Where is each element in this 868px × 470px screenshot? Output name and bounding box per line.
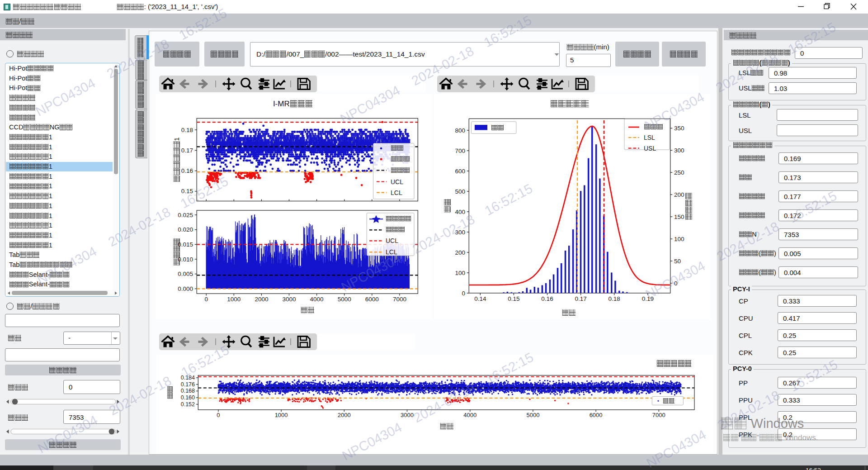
svg-text:0.16: 0.16: [181, 167, 193, 174]
svg-text:800: 800: [455, 127, 465, 134]
svg-text:0: 0: [217, 412, 220, 418]
svg-text:0.160: 0.160: [181, 394, 195, 401]
svg-text:0.19: 0.19: [642, 295, 654, 302]
svg-text:0: 0: [204, 296, 208, 303]
svg-text:4000: 4000: [463, 412, 476, 418]
svg-text:2000: 2000: [338, 412, 351, 418]
svg-text:3000: 3000: [282, 296, 296, 303]
svg-text:0: 0: [674, 280, 678, 287]
svg-text:250: 250: [674, 169, 684, 176]
svg-text:0.025: 0.025: [178, 212, 193, 218]
svg-text:0.15: 0.15: [181, 188, 193, 195]
svg-text:UCL: UCL: [391, 178, 403, 185]
svg-text:0.005: 0.005: [178, 271, 193, 277]
svg-text:0.152: 0.152: [181, 401, 195, 408]
svg-text:100: 100: [674, 236, 684, 242]
svg-text:5000: 5000: [338, 296, 351, 303]
svg-text:1000: 1000: [227, 296, 241, 303]
svg-text:5000: 5000: [526, 412, 539, 418]
svg-text:400: 400: [455, 209, 465, 215]
svg-text:100: 100: [455, 270, 465, 276]
svg-text:3000: 3000: [401, 412, 414, 418]
svg-text:7000: 7000: [393, 296, 406, 303]
svg-text:350: 350: [674, 125, 684, 132]
svg-text:0.17: 0.17: [181, 147, 193, 154]
svg-text:200: 200: [674, 191, 684, 198]
svg-text:6000: 6000: [365, 296, 379, 303]
svg-text:0.14: 0.14: [474, 295, 486, 302]
svg-text:0.000: 0.000: [178, 285, 193, 292]
svg-text:50: 50: [674, 258, 681, 265]
svg-text:LCL: LCL: [386, 248, 397, 256]
svg-text:0.020: 0.020: [178, 226, 193, 233]
svg-text:2000: 2000: [255, 296, 268, 303]
svg-text:0.184: 0.184: [181, 375, 195, 381]
svg-text:150: 150: [674, 214, 684, 220]
svg-text:300: 300: [455, 229, 465, 236]
svg-text:600: 600: [455, 168, 465, 175]
svg-text:0.168: 0.168: [181, 388, 195, 394]
svg-text:0.18: 0.18: [609, 295, 620, 302]
svg-text:700: 700: [455, 147, 465, 154]
svg-text:500: 500: [455, 188, 465, 195]
svg-text:200: 200: [455, 249, 465, 256]
svg-text:1000: 1000: [275, 412, 288, 418]
svg-text:0.17: 0.17: [575, 295, 586, 302]
svg-text:6000: 6000: [590, 412, 603, 418]
svg-text:0: 0: [462, 290, 465, 297]
svg-text:0.18: 0.18: [181, 127, 193, 133]
svg-text:USL: USL: [644, 145, 656, 152]
svg-text:7000: 7000: [652, 412, 665, 418]
svg-text:300: 300: [674, 147, 684, 154]
svg-text:0.15: 0.15: [508, 295, 519, 302]
svg-text:LCL: LCL: [391, 189, 402, 196]
svg-text:UCL: UCL: [386, 237, 398, 244]
svg-text:0.176: 0.176: [181, 381, 195, 388]
svg-text:LSL: LSL: [644, 134, 655, 141]
svg-text:4000: 4000: [310, 296, 324, 303]
svg-text:0.16: 0.16: [541, 295, 553, 302]
